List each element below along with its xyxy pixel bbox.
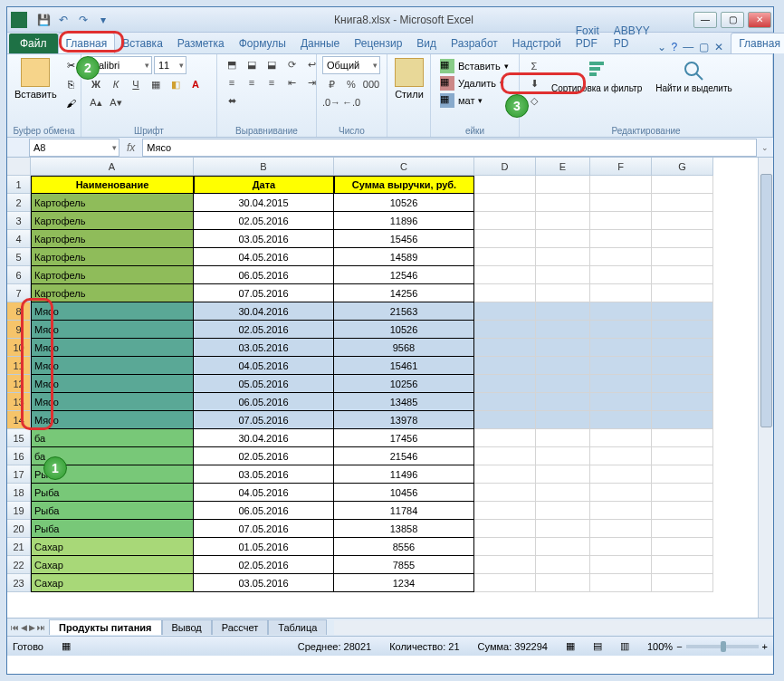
cell[interactable]: 12546 — [334, 266, 474, 284]
ribbon-tab[interactable]: Разметка — [170, 34, 232, 53]
cell[interactable] — [474, 538, 536, 556]
cell[interactable]: 04.05.2016 — [194, 357, 334, 375]
font-color-icon[interactable]: A — [186, 76, 205, 92]
cell[interactable] — [590, 375, 652, 393]
format-button[interactable]: ▦мат▾ — [436, 92, 486, 109]
cell[interactable] — [536, 429, 590, 447]
cell[interactable]: 07.05.2016 — [194, 284, 334, 302]
cell[interactable] — [590, 230, 652, 248]
cell[interactable] — [652, 502, 713, 520]
cell[interactable] — [474, 411, 536, 429]
save-icon[interactable]: 💾 — [34, 11, 53, 29]
ribbon-tab[interactable]: Foxit PDF — [569, 21, 607, 53]
cell[interactable]: 15456 — [334, 230, 474, 248]
cell[interactable] — [652, 194, 713, 212]
paste-button[interactable]: Вставить — [13, 56, 59, 101]
cell[interactable]: Рыба — [31, 484, 194, 502]
cell[interactable]: 02.05.2016 — [194, 321, 334, 339]
cell[interactable]: 06.05.2016 — [194, 502, 334, 520]
cell[interactable]: Мясо — [31, 357, 194, 375]
cell[interactable] — [652, 357, 713, 375]
row-header[interactable]: 9 — [7, 321, 31, 339]
cell[interactable]: Мясо — [31, 302, 194, 321]
cell[interactable] — [536, 357, 590, 375]
merge-icon[interactable]: ⬌ — [223, 92, 241, 109]
cell[interactable]: 06.05.2016 — [194, 266, 334, 284]
cell[interactable] — [536, 284, 590, 302]
cell[interactable] — [536, 574, 590, 592]
ribbon-tab[interactable]: Главная — [58, 33, 116, 53]
cell[interactable] — [536, 375, 590, 393]
cell[interactable] — [474, 484, 536, 502]
row-header[interactable]: 2 — [7, 194, 31, 212]
cell[interactable]: 7855 — [334, 556, 474, 574]
cell[interactable]: 04.05.2016 — [194, 484, 334, 502]
col-header-G[interactable]: G — [652, 158, 713, 176]
increase-font-icon[interactable]: A▴ — [87, 94, 105, 110]
cell[interactable] — [474, 321, 536, 339]
cell[interactable]: 14256 — [334, 284, 474, 302]
cell[interactable] — [474, 212, 536, 230]
cell[interactable]: 1234 — [334, 574, 474, 592]
sheet-tab-active[interactable]: Продукты питания — [49, 619, 162, 635]
row-header[interactable]: 4 — [7, 230, 31, 248]
cell[interactable]: 03.05.2016 — [194, 465, 334, 484]
doc-close-icon[interactable]: ✕ — [714, 41, 723, 53]
zoom-out-icon[interactable]: − — [676, 641, 682, 652]
cell[interactable]: Сумма выручки, руб. — [334, 176, 474, 194]
cell[interactable] — [590, 302, 652, 321]
cell[interactable] — [590, 284, 652, 302]
cell[interactable] — [652, 465, 713, 484]
cell[interactable]: Сахар — [31, 574, 194, 592]
sheet-tab[interactable]: Рассчет — [212, 619, 269, 635]
align-middle-icon[interactable]: ⬓ — [243, 56, 261, 72]
row-header[interactable]: 15 — [7, 429, 31, 447]
cell[interactable]: 10256 — [334, 375, 474, 393]
ribbon-tab[interactable]: Вид — [409, 34, 444, 53]
sheet-nav-next-icon[interactable]: ▶ — [29, 623, 35, 632]
sheet-nav-prev-icon[interactable]: ◀ — [21, 623, 27, 632]
cell[interactable]: Рыба — [31, 520, 194, 538]
undo-icon[interactable]: ↶ — [54, 11, 72, 29]
cell[interactable]: 04.05.2016 — [194, 248, 334, 266]
cell[interactable] — [474, 465, 536, 484]
align-top-icon[interactable]: ⬒ — [223, 56, 241, 72]
cell[interactable] — [590, 212, 652, 230]
ribbon-tab[interactable]: Формулы — [232, 34, 293, 53]
select-all-corner[interactable] — [7, 158, 31, 176]
border-icon[interactable]: ▦ — [147, 76, 165, 92]
cell[interactable] — [474, 284, 536, 302]
cell[interactable]: 11784 — [334, 502, 474, 520]
redo-icon[interactable]: ↷ — [74, 11, 92, 29]
cell[interactable]: 10456 — [334, 484, 474, 502]
row-header[interactable]: 17 — [7, 465, 31, 484]
fx-icon[interactable]: fx — [120, 141, 142, 154]
cell[interactable] — [652, 574, 713, 592]
zoom-slider[interactable] — [686, 645, 759, 648]
ribbon-tab[interactable]: Разработ — [444, 34, 505, 53]
cell[interactable] — [590, 176, 652, 194]
orientation-icon[interactable]: ⟳ — [282, 56, 301, 72]
row-header[interactable]: 21 — [7, 538, 31, 556]
cell[interactable]: 14589 — [334, 248, 474, 266]
cell[interactable] — [590, 339, 652, 357]
cell[interactable]: 30.04.2016 — [194, 302, 334, 321]
cell[interactable] — [652, 339, 713, 357]
fill-icon[interactable]: ⬇ — [525, 75, 543, 91]
doc-restore-icon[interactable]: ▢ — [699, 41, 709, 53]
cell[interactable] — [474, 194, 536, 212]
ribbon-tab[interactable]: Надстрой — [505, 34, 569, 53]
row-header[interactable]: 11 — [7, 357, 31, 375]
cell[interactable] — [536, 393, 590, 411]
minimize-button[interactable]: — — [693, 12, 717, 28]
status-record-icon[interactable]: ▦ — [62, 640, 71, 652]
cell[interactable]: Мясо — [31, 339, 194, 357]
cell[interactable]: Сахар — [31, 538, 194, 556]
zoom-level[interactable]: 100% — [647, 641, 673, 652]
cell[interactable] — [652, 556, 713, 574]
cell[interactable]: 11896 — [334, 212, 474, 230]
cell[interactable] — [652, 230, 713, 248]
styles-button[interactable]: Стили — [393, 56, 425, 101]
cell[interactable]: 10526 — [334, 194, 474, 212]
cell[interactable]: Мясо — [31, 321, 194, 339]
